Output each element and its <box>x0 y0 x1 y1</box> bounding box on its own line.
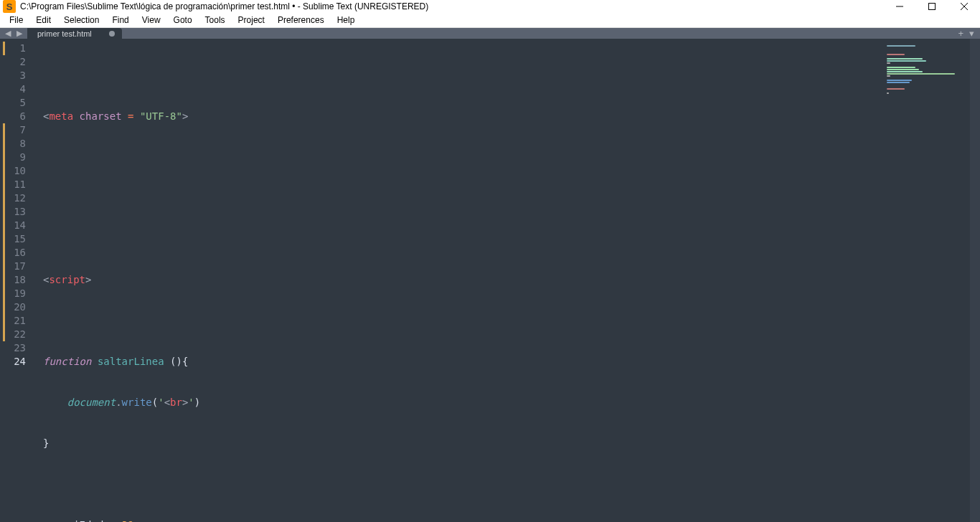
menu-selection[interactable]: Selection <box>57 13 105 27</box>
minimap-line <box>887 88 905 90</box>
window-title: C:\Program Files\Sublime Text\lógica de … <box>20 1 883 11</box>
close-button[interactable] <box>948 0 980 13</box>
minimap-line <box>887 73 955 75</box>
code-line: function saltarLinea (){ <box>43 355 884 369</box>
menu-preferences[interactable]: Preferences <box>271 13 331 27</box>
minimap-line <box>887 60 926 62</box>
menu-tools[interactable]: Tools <box>199 13 232 27</box>
minimap-line <box>887 45 915 47</box>
menu-help[interactable]: Help <box>331 13 362 27</box>
tab-dropdown-icon[interactable]: ▾ <box>969 28 974 39</box>
editor[interactable]: 123456789101112131415161718192021222324 … <box>0 39 980 522</box>
tab-dirty-icon <box>109 31 115 37</box>
modified-indicator <box>3 42 5 55</box>
code-area[interactable]: <meta charset = "UTF-8"> <script> functi… <box>34 39 884 522</box>
menubar: File Edit Selection Find View Goto Tools… <box>0 13 980 28</box>
maximize-button[interactable] <box>915 0 948 13</box>
minimap-line <box>887 54 905 55</box>
minimap-line <box>887 92 889 94</box>
menu-file[interactable]: File <box>3 13 29 27</box>
line-number: 3 <box>0 69 26 82</box>
line-number: 5 <box>0 96 26 110</box>
tab-label: primer test.html <box>37 29 92 38</box>
menu-find[interactable]: Find <box>105 13 135 27</box>
minimap-line <box>887 58 923 60</box>
svg-rect-1 <box>928 4 935 10</box>
code-line: document.write('<br>') <box>43 396 884 409</box>
menu-project[interactable]: Project <box>232 13 271 27</box>
minimap-line <box>887 82 910 83</box>
code-line <box>43 69 884 82</box>
modified-indicator <box>3 123 5 341</box>
tab-active[interactable]: primer test.html <box>27 28 122 39</box>
minimap-line <box>887 62 890 64</box>
minimap-line <box>887 75 890 77</box>
code-line <box>43 478 884 491</box>
code-line: } <box>43 437 884 450</box>
minimap-line <box>887 67 915 68</box>
new-tab-icon[interactable]: + <box>958 28 963 39</box>
app-icon: S <box>3 0 16 13</box>
minimap-line <box>887 80 912 81</box>
titlebar: S C:\Program Files\Sublime Text\lógica d… <box>0 0 980 13</box>
minimap-line <box>887 71 923 72</box>
line-number: 24 <box>0 355 26 369</box>
code-line <box>43 232 884 246</box>
gutter: 123456789101112131415161718192021222324 <box>0 39 34 522</box>
line-number: 6 <box>0 110 26 123</box>
nav-buttons: ◀ ▶ <box>0 28 27 39</box>
minimap[interactable] <box>884 39 970 522</box>
code-line: var miEdad = 39; <box>43 518 884 522</box>
menu-edit[interactable]: Edit <box>29 13 57 27</box>
minimap-line <box>887 69 919 70</box>
code-line <box>43 314 884 328</box>
menu-view[interactable]: View <box>136 13 167 27</box>
menu-goto[interactable]: Goto <box>167 13 199 27</box>
tabbar-spacer <box>122 28 953 39</box>
line-number: 23 <box>0 341 26 355</box>
tabbar: ◀ ▶ primer test.html + ▾ <box>0 28 980 39</box>
scrollbar[interactable] <box>970 39 980 522</box>
nav-back-icon[interactable]: ◀ <box>3 29 13 39</box>
code-line <box>43 191 884 205</box>
line-number: 4 <box>0 82 26 96</box>
minimize-button[interactable] <box>883 0 915 13</box>
code-line: <meta charset = "UTF-8"> <box>43 110 884 123</box>
nav-forward-icon[interactable]: ▶ <box>14 29 24 39</box>
window-controls <box>883 0 980 13</box>
code-line <box>43 151 884 164</box>
tabbar-actions: + ▾ <box>952 28 980 39</box>
code-line: <script> <box>43 273 884 287</box>
line-number: 2 <box>0 55 26 69</box>
